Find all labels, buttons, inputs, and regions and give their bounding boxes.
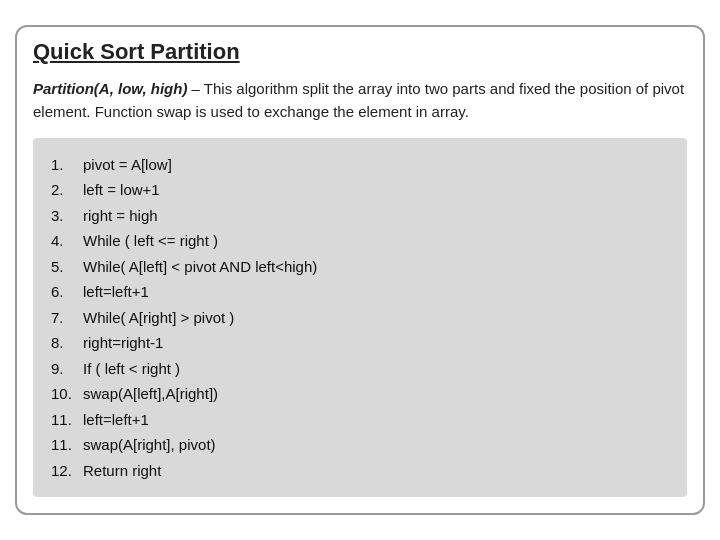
line-content: While( A[right] > pivot ) (83, 305, 234, 331)
line-content: While ( left <= right ) (83, 228, 218, 254)
description-block: Partition(A, low, high) – This algorithm… (33, 77, 687, 124)
line-number: 5. (51, 254, 83, 280)
code-line: 8. right=right-1 (51, 330, 669, 356)
code-line: 5. While( A[left] < pivot AND left<high) (51, 254, 669, 280)
code-line: 11.swap(A[right], pivot) (51, 432, 669, 458)
code-line: 11. left=left+1 (51, 407, 669, 433)
line-number: 12. (51, 458, 83, 484)
code-line: 6. left=left+1 (51, 279, 669, 305)
line-number: 1. (51, 152, 83, 178)
line-content: right = high (83, 203, 158, 229)
code-line: 10. swap(A[left],A[right]) (51, 381, 669, 407)
line-number: 9. (51, 356, 83, 382)
line-content: left=left+1 (83, 279, 149, 305)
line-number: 11. (51, 432, 83, 458)
code-line: 1.pivot = A[low] (51, 152, 669, 178)
line-content: right=right-1 (83, 330, 163, 356)
line-number: 2. (51, 177, 83, 203)
line-content: If ( left < right ) (83, 356, 180, 382)
line-content: swap(A[left],A[right]) (83, 381, 218, 407)
description-dash: – (187, 80, 200, 97)
line-number: 10. (51, 381, 83, 407)
line-content: left = low+1 (83, 177, 160, 203)
code-line: 12.Return right (51, 458, 669, 484)
line-number: 3. (51, 203, 83, 229)
line-content: left=left+1 (83, 407, 149, 433)
line-content: While( A[left] < pivot AND left<high) (83, 254, 317, 280)
page-title: Quick Sort Partition (33, 39, 687, 65)
line-number: 7. (51, 305, 83, 331)
code-block: 1.pivot = A[low]2.left = low+13.right = … (33, 138, 687, 498)
code-line: 9. If ( left < right ) (51, 356, 669, 382)
line-number: 4. (51, 228, 83, 254)
code-line: 2.left = low+1 (51, 177, 669, 203)
function-name: Partition(A, low, high) (33, 80, 187, 97)
line-number: 8. (51, 330, 83, 356)
line-content: swap(A[right], pivot) (83, 432, 216, 458)
line-number: 6. (51, 279, 83, 305)
code-line: 3.right = high (51, 203, 669, 229)
code-line: 4.While ( left <= right ) (51, 228, 669, 254)
main-card: Quick Sort Partition Partition(A, low, h… (15, 25, 705, 515)
line-number: 11. (51, 407, 83, 433)
code-line: 7. While( A[right] > pivot ) (51, 305, 669, 331)
line-content: pivot = A[low] (83, 152, 172, 178)
line-content: Return right (83, 458, 161, 484)
